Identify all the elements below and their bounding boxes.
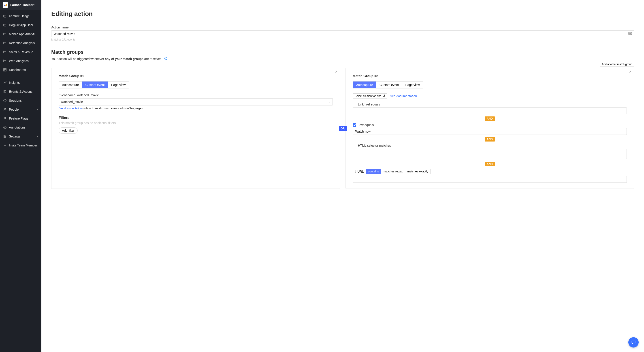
sidebar-item-sales[interactable]: Sales & Revenue [0,48,42,57]
sidebar-item-mobile-analytics[interactable]: Mobile App Analyti… [0,30,42,39]
chart-icon [3,14,7,18]
selector-checkbox[interactable] [353,144,356,147]
sidebar-item-settings[interactable]: Settings ▾ [0,132,42,141]
action-name-input[interactable] [51,31,634,37]
custom-event-doc-line: See documentation on how to send custom … [59,107,333,110]
sidebar-item-label: Retention Analysis [9,41,38,45]
svg-rect-3 [5,70,6,71]
info-icon[interactable] [164,57,168,61]
action-name-label: Action name: [51,26,634,29]
launch-toolbar-button[interactable]: Launch Toolbar! [0,0,42,10]
chat-icon [631,340,636,345]
url-label: URL [358,170,364,173]
external-icon [383,94,385,98]
url-exact-option[interactable]: matches exactly [405,169,430,174]
matches-hint: Matches 271 events [51,38,634,41]
sidebar-item-feature-usage[interactable]: Feature Usage [0,12,42,21]
plus-icon [3,144,7,147]
person-icon [3,108,7,111]
sidebar-item-label: Events & Actions [9,90,38,93]
gear-icon [3,135,7,138]
add-match-group-button[interactable]: Add another match group [600,62,634,67]
chevron-down-icon: ▾ [37,135,38,138]
text-equals-label: Text equals [358,123,374,127]
text-equals-input[interactable] [353,128,627,135]
events-icon [3,90,7,93]
sidebar-item-insights[interactable]: Insights [0,78,42,87]
sidebar-item-label: Sessions [9,99,38,102]
and-badge: AND [485,162,495,166]
url-regex-option[interactable]: matches regex [381,169,405,174]
chevron-down-icon: ▾ [37,108,38,111]
text-equals-checkbox[interactable] [353,123,356,127]
tab-autocapture[interactable]: Autocapture [59,82,82,88]
sidebar-item-label: Settings [9,135,35,138]
tab-autocapture[interactable]: Autocapture [353,82,376,88]
dashboard-icon [3,68,7,72]
sidebar-item-label: Invite Team Member [9,144,38,147]
chat-fab[interactable] [628,337,639,347]
sidebar: Launch Toolbar! Feature Usage HogFlix Ap… [0,0,42,352]
keyboard-icon [628,32,632,36]
svg-rect-9 [5,135,6,136]
url-contains-option[interactable]: contains [366,169,381,174]
sidebar-item-retention[interactable]: Retention Analysis [0,39,42,48]
svg-rect-11 [5,137,6,138]
or-badge: OR [339,126,346,131]
group1-type-segment: Autocapture Custom event Page view [59,81,129,89]
sidebar-pinned-section: Feature Usage HogFlix App User … Mobile … [0,10,42,76]
tab-custom-event[interactable]: Custom event [82,82,108,88]
filters-heading: Filters [59,116,333,120]
sidebar-item-web-analytics[interactable]: Web Analytics [0,57,42,65]
and-badge: AND [485,137,495,142]
close-icon[interactable]: ✕ [629,70,632,74]
sidebar-item-sessions[interactable]: Sessions [0,96,42,105]
event-name-select[interactable]: watched_movie ▾ [59,98,333,106]
event-name-value: watched_movie [61,100,83,104]
sidebar-item-label: Web Analytics [9,59,38,63]
url-input[interactable] [353,176,627,183]
see-documentation-link[interactable]: See documentation. [390,94,418,98]
sidebar-item-label: Feature Flags [9,117,38,120]
sidebar-item-invite[interactable]: Invite Team Member [0,141,42,150]
flag-icon [3,117,7,120]
group2-type-segment: Autocapture Custom event Page view [353,81,423,89]
sidebar-item-annotations[interactable]: Annotations [0,123,42,132]
selector-label: HTML selector matches [358,144,391,147]
sidebar-item-dashboards[interactable]: Dashboards [0,65,42,74]
tab-page-view[interactable]: Page view [108,82,129,88]
chart-icon [3,23,7,27]
and-badge: AND [485,116,495,121]
sidebar-item-people[interactable]: People ▾ [0,105,42,114]
link-href-label: Link href equals [358,103,380,106]
url-match-segment: contains matches regex matches exactly [366,169,431,174]
match-groups-subtitle: Your action will be triggered whenever a… [51,57,634,61]
svg-point-6 [4,108,6,110]
tab-custom-event[interactable]: Custom event [376,82,402,88]
sidebar-item-label: HogFlix App User … [9,23,38,27]
sidebar-item-feature-flags[interactable]: Feature Flags [0,114,42,123]
see-documentation-link[interactable]: See documentation [59,107,82,110]
url-checkbox[interactable] [353,170,356,173]
sidebar-item-hogflix[interactable]: HogFlix App User … [0,21,42,30]
sidebar-item-label: Annotations [9,126,38,129]
sidebar-item-label: Dashboards [9,68,38,72]
match-groups-heading: Match groups [51,49,634,55]
sidebar-item-label: Mobile App Analyti… [9,32,38,36]
event-name-label: Event name: watched_movie [59,93,333,97]
add-filter-button[interactable]: Add filter [59,127,78,134]
chevron-down-icon: ▾ [329,101,330,103]
close-icon[interactable]: ✕ [335,70,338,74]
clock-icon [3,99,7,102]
chart-icon [3,41,7,45]
page-title: Editing action [51,10,634,18]
sidebar-item-label: Sales & Revenue [9,50,38,54]
select-element-button[interactable]: Select element on site [353,93,387,99]
sidebar-item-events-actions[interactable]: Events & Actions [0,87,42,96]
link-href-checkbox[interactable] [353,103,356,106]
link-href-input[interactable] [353,108,627,114]
posthog-logo [3,2,8,8]
selector-input[interactable] [353,149,627,159]
tab-page-view[interactable]: Page view [402,82,423,88]
svg-rect-10 [4,137,5,138]
